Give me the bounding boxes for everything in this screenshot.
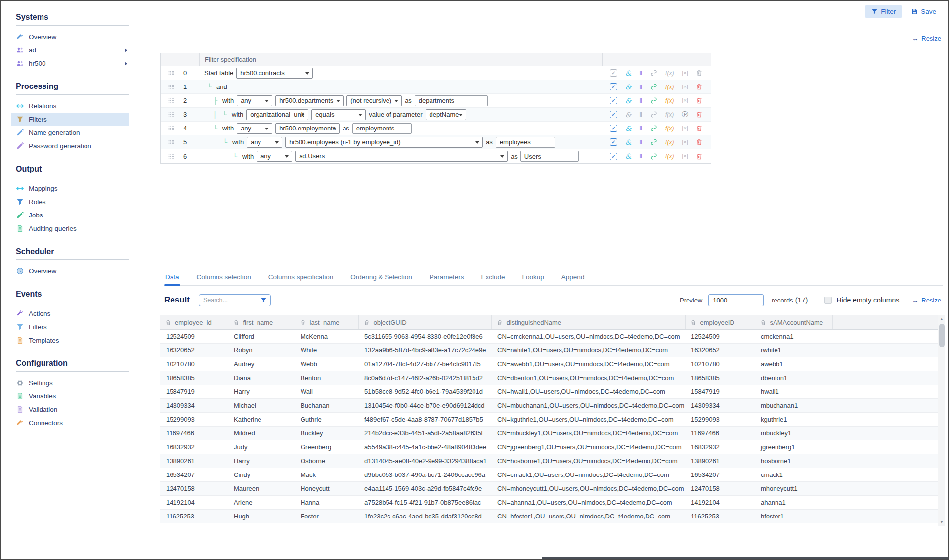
tab-ordering-selection[interactable]: Ordering & Selection bbox=[349, 270, 413, 285]
delete-column-icon[interactable] bbox=[497, 319, 503, 326]
and-operator-icon[interactable]: & bbox=[625, 125, 631, 132]
enabled-checkbox[interactable]: ✓ bbox=[610, 138, 617, 146]
tab-lookup[interactable]: Lookup bbox=[521, 270, 545, 285]
delete-column-icon[interactable] bbox=[690, 319, 696, 326]
sidebar-item-actions[interactable]: Actions bbox=[11, 307, 129, 320]
link-icon[interactable] bbox=[650, 138, 657, 146]
function-icon[interactable]: f(x) bbox=[665, 153, 674, 159]
tab-append[interactable]: Append bbox=[561, 270, 586, 285]
sidebar-item-mappings[interactable]: Mappings bbox=[11, 182, 129, 195]
filter-select[interactable]: any bbox=[237, 123, 272, 134]
absolute-icon[interactable]: |×| bbox=[682, 126, 688, 131]
enabled-checkbox[interactable]: ✓ bbox=[610, 83, 617, 90]
filter-select[interactable]: deptName bbox=[426, 109, 466, 120]
sidebar-item-roles[interactable]: Roles bbox=[11, 195, 129, 209]
filter-select[interactable]: any bbox=[257, 151, 292, 162]
absolute-icon[interactable]: |×| bbox=[682, 98, 688, 104]
enabled-checkbox[interactable]: ✓ bbox=[610, 125, 617, 132]
delete-column-icon[interactable] bbox=[165, 319, 171, 326]
link-icon[interactable] bbox=[650, 69, 657, 77]
filter-input[interactable] bbox=[496, 137, 555, 148]
delete-row-icon[interactable] bbox=[696, 83, 703, 90]
filter-select[interactable]: hr500.employments bbox=[275, 123, 340, 134]
sidebar-item-filters[interactable]: Filters bbox=[11, 320, 129, 334]
drag-handle-icon[interactable] bbox=[161, 98, 177, 103]
chevron-right-icon[interactable] bbox=[125, 62, 127, 66]
tab-exclude[interactable]: Exclude bbox=[480, 270, 506, 285]
absolute-icon[interactable]: |×| bbox=[682, 70, 688, 76]
absolute-icon[interactable]: |×| bbox=[682, 153, 688, 159]
sidebar-item-validation[interactable]: Validation bbox=[11, 403, 129, 416]
scrollbar-thumb[interactable] bbox=[939, 324, 945, 347]
delete-row-icon[interactable] bbox=[696, 111, 703, 118]
search-funnel-icon[interactable] bbox=[260, 297, 267, 303]
sidebar-item-password-generation[interactable]: Password generation bbox=[11, 139, 129, 153]
function-icon[interactable]: f(x) bbox=[665, 126, 674, 131]
enabled-checkbox[interactable]: ✓ bbox=[610, 111, 617, 118]
drag-handle-icon[interactable] bbox=[161, 154, 177, 159]
link-icon[interactable] bbox=[650, 97, 657, 104]
filter-select[interactable]: any bbox=[237, 95, 272, 106]
table-scrollbar[interactable]: ▲ ▼ bbox=[938, 315, 945, 526]
enabled-checkbox[interactable]: ✓ bbox=[610, 97, 617, 104]
preview-count-input[interactable] bbox=[708, 294, 764, 306]
filter-input[interactable] bbox=[352, 123, 412, 134]
delete-column-icon[interactable] bbox=[760, 319, 766, 326]
scrollbar-down-button[interactable]: ▼ bbox=[938, 518, 945, 526]
function-icon[interactable]: f(x) bbox=[665, 139, 674, 145]
and-operator-icon[interactable]: & bbox=[625, 84, 631, 90]
parallel-icon[interactable]: ‖ bbox=[639, 126, 643, 131]
sidebar-item-connectors[interactable]: Connectors bbox=[11, 416, 129, 430]
filter-select[interactable]: equals bbox=[311, 109, 366, 120]
tab-columns-specification[interactable]: Columns specification bbox=[267, 270, 334, 285]
link-icon[interactable] bbox=[650, 83, 657, 90]
parallel-icon[interactable]: ‖ bbox=[639, 98, 643, 104]
delete-column-icon[interactable] bbox=[300, 319, 306, 326]
function-icon[interactable]: f(x) bbox=[665, 98, 674, 104]
absolute-icon[interactable]: |×| bbox=[682, 139, 688, 145]
drag-handle-icon[interactable] bbox=[161, 71, 177, 75]
sidebar-item-filters[interactable]: Filters bbox=[11, 113, 129, 126]
and-operator-icon[interactable]: & bbox=[625, 153, 631, 160]
parallel-icon[interactable]: ‖ bbox=[639, 139, 643, 145]
sidebar-item-auditing-queries[interactable]: Auditing queries bbox=[11, 222, 129, 235]
function-icon[interactable]: f(x) bbox=[665, 84, 674, 90]
delete-row-icon[interactable] bbox=[696, 153, 703, 160]
drag-handle-icon[interactable] bbox=[161, 112, 177, 117]
absolute-icon[interactable]: |×| bbox=[682, 84, 688, 90]
delete-row-icon[interactable] bbox=[696, 69, 703, 77]
tab-columns-selection[interactable]: Columns selection bbox=[196, 270, 252, 285]
filter-button[interactable]: Filter bbox=[865, 5, 902, 18]
and-operator-icon[interactable]: & bbox=[625, 70, 631, 77]
delete-column-icon[interactable] bbox=[233, 319, 239, 326]
enabled-checkbox[interactable]: ✓ bbox=[610, 153, 617, 160]
parameter-icon[interactable]: Ⓟ bbox=[682, 111, 688, 118]
drag-handle-icon[interactable] bbox=[161, 126, 177, 130]
sidebar-item-settings[interactable]: Settings bbox=[11, 376, 129, 389]
enabled-checkbox[interactable]: ✓ bbox=[610, 69, 617, 77]
link-icon[interactable] bbox=[650, 125, 657, 132]
parallel-icon[interactable]: ‖ bbox=[639, 70, 643, 76]
tab-parameters[interactable]: Parameters bbox=[429, 270, 465, 285]
sidebar-item-hr500[interactable]: hr500 bbox=[11, 57, 129, 70]
and-operator-icon[interactable]: & bbox=[625, 97, 631, 104]
sidebar-item-variables[interactable]: Variables bbox=[11, 389, 129, 403]
filter-select[interactable]: ad.Users bbox=[295, 151, 508, 162]
drag-handle-icon[interactable] bbox=[161, 85, 177, 89]
link-icon[interactable] bbox=[650, 111, 657, 118]
sidebar-item-ad[interactable]: ad bbox=[11, 43, 129, 57]
filter-select[interactable]: organizational_unit bbox=[246, 109, 308, 120]
delete-column-icon[interactable] bbox=[364, 319, 370, 326]
link-icon[interactable] bbox=[650, 153, 657, 160]
filter-select[interactable]: hr500.contracts bbox=[236, 68, 313, 79]
drag-handle-icon[interactable] bbox=[161, 140, 177, 144]
delete-row-icon[interactable] bbox=[696, 138, 703, 146]
parallel-icon[interactable]: ‖ bbox=[639, 84, 643, 90]
function-icon[interactable]: f(x) bbox=[665, 112, 674, 118]
sidebar-item-name-generation[interactable]: Name generation bbox=[11, 126, 129, 139]
resize-filter-link[interactable]: ↔ Resize bbox=[912, 35, 941, 42]
scrollbar-up-button[interactable]: ▲ bbox=[938, 315, 945, 323]
hide-empty-columns-checkbox[interactable] bbox=[824, 297, 832, 304]
chevron-right-icon[interactable] bbox=[125, 48, 127, 52]
sidebar-item-relations[interactable]: Relations bbox=[11, 99, 129, 113]
